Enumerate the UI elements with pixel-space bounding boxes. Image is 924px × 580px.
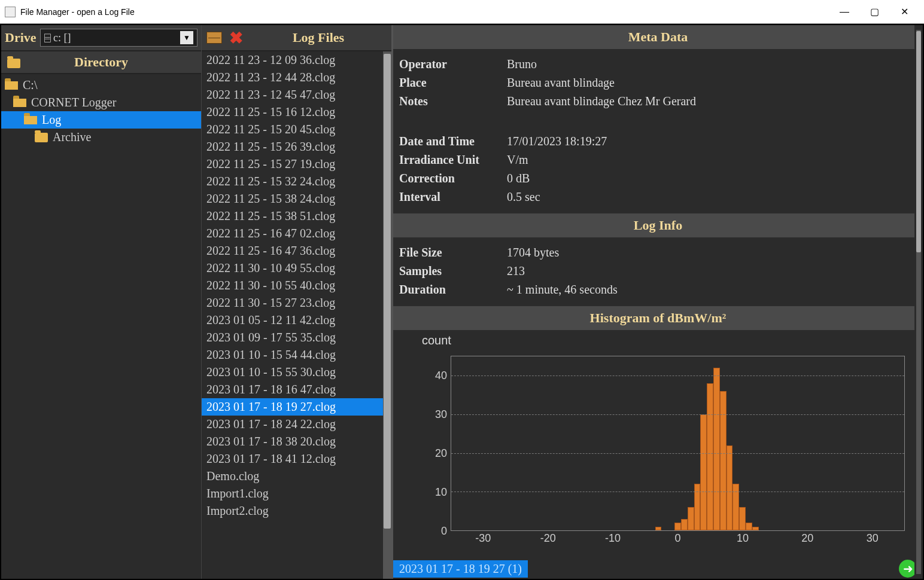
y-tick-label: 0 xyxy=(441,525,447,538)
histogram-ylabel: count xyxy=(393,330,923,349)
file-item[interactable]: 2022 11 23 - 12 45 47.clog xyxy=(202,86,391,103)
file-item[interactable]: 2022 11 23 - 12 44 28.clog xyxy=(202,69,391,86)
status-chip: 2023 01 17 - 18 19 27 (1) xyxy=(393,560,528,578)
meta-block: OperatorBrunoPlaceBureau avant blindageN… xyxy=(393,49,923,118)
folder-open-icon xyxy=(13,99,26,107)
reload-folder-icon[interactable] xyxy=(7,54,20,70)
kv-value: Bureau avant blindage Chez Mr Gerard xyxy=(507,94,917,108)
file-item[interactable]: 2022 11 25 - 15 27 19.clog xyxy=(202,155,391,173)
tree-item[interactable]: CORNET Logger xyxy=(1,94,201,111)
maximize-button[interactable]: ▢ xyxy=(859,3,889,21)
gridline xyxy=(451,492,904,492)
kv-row: File Size1704 bytes xyxy=(399,243,917,262)
bar xyxy=(700,414,707,530)
file-item[interactable]: 2022 11 25 - 15 16 12.clog xyxy=(202,103,391,121)
x-tick-label: 0 xyxy=(674,532,680,545)
kv-row: OperatorBruno xyxy=(399,55,917,74)
folder-open-icon xyxy=(24,116,37,124)
file-item[interactable]: 2023 01 17 - 18 38 20.clog xyxy=(202,433,391,450)
file-list-scrollbar[interactable] xyxy=(383,51,391,579)
drive-value: ⌸ c: [] xyxy=(44,32,71,44)
plot-box xyxy=(451,356,905,531)
kv-value: Bureau avant blindage xyxy=(507,76,917,90)
gridline xyxy=(451,453,904,454)
directory-tree[interactable]: C:\CORNET LoggerLogArchive xyxy=(1,74,201,579)
file-item[interactable]: Import1.clog xyxy=(202,485,391,502)
tree-item[interactable]: Log xyxy=(1,111,201,129)
file-item[interactable]: 2023 01 10 - 15 54 44.clog xyxy=(202,346,391,364)
kv-label: Duration xyxy=(399,283,507,297)
kv-label: Irradiance Unit xyxy=(399,153,507,167)
file-item[interactable]: 2023 01 09 - 17 55 35.clog xyxy=(202,329,391,346)
y-tick-label: 20 xyxy=(435,447,447,459)
bar xyxy=(727,445,733,530)
bar xyxy=(752,527,759,530)
bar xyxy=(707,383,713,530)
file-list[interactable]: 2022 11 23 - 12 09 36.clog2022 11 23 - 1… xyxy=(202,51,391,579)
file-item[interactable]: 2022 11 25 - 16 47 02.clog xyxy=(202,225,391,242)
file-item[interactable]: 2023 01 17 - 18 41 12.clog xyxy=(202,450,391,468)
file-item[interactable]: 2022 11 23 - 12 09 36.clog xyxy=(202,51,391,69)
x-tick-label: -10 xyxy=(605,532,621,545)
close-button[interactable]: ✕ xyxy=(889,3,919,21)
kv-value: V/m xyxy=(507,153,917,167)
kv-row: PlaceBureau avant blindage xyxy=(399,74,917,92)
kv-value: ~ 1 minute, 46 seconds xyxy=(507,283,917,297)
right-scrollbar[interactable] xyxy=(914,25,923,579)
file-item[interactable]: 2022 11 30 - 10 55 40.clog xyxy=(202,277,391,294)
file-item[interactable]: 2023 01 05 - 12 11 42.clog xyxy=(202,312,391,329)
y-tick-label: 30 xyxy=(435,408,447,420)
scrollbar-thumb[interactable] xyxy=(384,54,391,529)
delete-icon[interactable]: ✖ xyxy=(229,28,243,48)
kv-row: Samples213 xyxy=(399,262,917,280)
file-item[interactable]: 2022 11 30 - 15 27 23.clog xyxy=(202,294,391,312)
drive-combo[interactable]: ⌸ c: [] ▼ xyxy=(40,29,197,47)
tree-item[interactable]: Archive xyxy=(1,129,201,146)
file-item[interactable]: 2022 11 25 - 15 32 24.clog xyxy=(202,173,391,190)
file-item[interactable]: 2022 11 25 - 16 47 36.clog xyxy=(202,242,391,260)
bar xyxy=(681,519,688,530)
folder-open-icon xyxy=(5,81,18,90)
x-tick-label: 20 xyxy=(801,532,813,545)
kv-label: Correction xyxy=(399,172,507,185)
kv-label: Notes xyxy=(399,94,507,108)
file-item[interactable]: 2023 01 17 - 18 16 47.clog xyxy=(202,381,391,398)
loginfo-header: Log Info xyxy=(393,213,923,237)
content: Drive ⌸ c: [] ▼ Directory C:\CORNET Logg… xyxy=(0,24,924,580)
folder-icon xyxy=(35,133,48,142)
y-axis: 010203040 xyxy=(422,356,449,531)
open-drawer-icon[interactable] xyxy=(206,32,222,44)
tree-item-label: CORNET Logger xyxy=(31,96,116,109)
file-item[interactable]: 2023 01 17 - 18 19 27.clog xyxy=(202,398,391,416)
directory-title: Directory xyxy=(74,54,128,70)
kv-label: Operator xyxy=(399,57,507,71)
file-item[interactable]: 2022 11 30 - 10 49 55.clog xyxy=(202,260,391,277)
file-item[interactable]: 2023 01 17 - 18 24 22.clog xyxy=(202,416,391,433)
bar xyxy=(655,527,662,530)
file-item[interactable]: 2023 01 10 - 15 55 30.clog xyxy=(202,364,391,381)
file-item[interactable]: 2022 11 25 - 15 20 45.clog xyxy=(202,121,391,138)
drive-label: Drive xyxy=(5,30,37,45)
bar xyxy=(688,507,694,530)
status-row: 2023 01 17 - 18 19 27 (1) ➜ xyxy=(393,558,923,579)
y-tick-label: 40 xyxy=(435,369,447,381)
bar xyxy=(720,391,727,530)
bar xyxy=(746,523,752,530)
tree-item-label: C:\ xyxy=(23,78,37,92)
x-axis: -30-20-100102030 xyxy=(451,532,905,549)
kv-label: Date and Time xyxy=(399,135,507,148)
kv-label: Place xyxy=(399,76,507,90)
app-icon xyxy=(5,7,16,17)
file-list-title: Log Files xyxy=(250,30,387,45)
file-item[interactable]: 2022 11 25 - 15 38 24.clog xyxy=(202,190,391,207)
file-item[interactable]: 2022 11 25 - 15 38 51.clog xyxy=(202,207,391,225)
file-item[interactable]: 2022 11 25 - 15 26 39.clog xyxy=(202,138,391,155)
minimize-button[interactable]: — xyxy=(829,3,859,21)
bars xyxy=(451,356,904,530)
file-item[interactable]: Import2.clog xyxy=(202,502,391,520)
kv-label: Interval xyxy=(399,190,507,204)
file-item[interactable]: Demo.clog xyxy=(202,468,391,485)
bar xyxy=(739,507,746,530)
kv-label: File Size xyxy=(399,246,507,260)
tree-item[interactable]: C:\ xyxy=(1,77,201,94)
